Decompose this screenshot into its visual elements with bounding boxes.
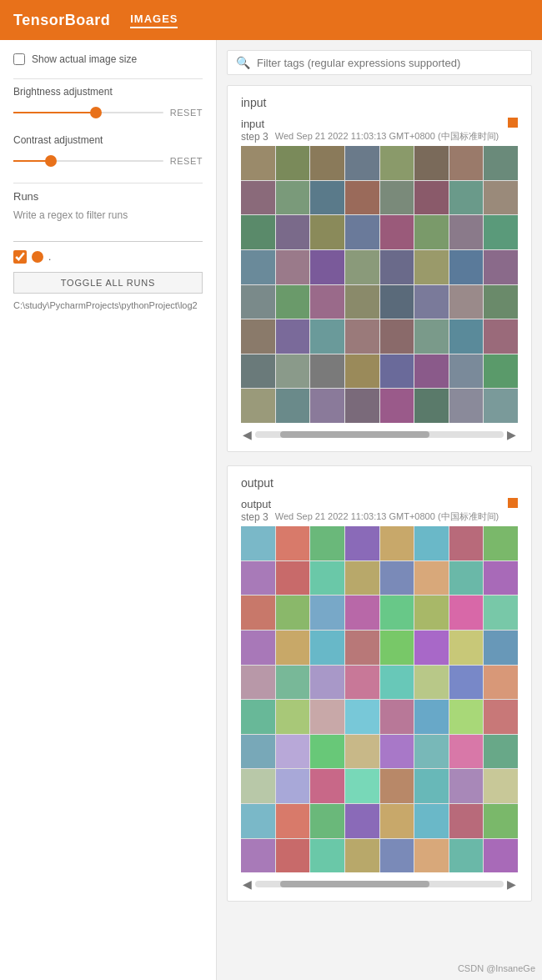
input-scrollbar-row: ◀ ▶ [241, 428, 518, 441]
runs-filter-input[interactable] [13, 226, 203, 242]
runs-section: Runs Write a regex to filter runs . TOGG… [13, 190, 203, 310]
input-cell-29 [414, 250, 449, 284]
output-cell-39 [484, 666, 518, 700]
input-panel-header: input step 3 Wed Sep 21 2022 11:03:13 GM… [241, 118, 518, 143]
input-cell-31 [484, 250, 518, 284]
output-scroll-track[interactable] [255, 881, 504, 887]
reset-brightness-button[interactable]: RESET [170, 108, 203, 118]
input-cell-30 [449, 250, 484, 284]
input-cell-1 [276, 146, 310, 180]
output-section-card: output output step 3 Wed Sep 21 2022 11:… [227, 465, 532, 902]
output-scroll-right[interactable]: ▶ [505, 877, 518, 891]
input-cell-10 [310, 181, 344, 215]
output-cell-57 [276, 769, 310, 803]
contrast-thumb[interactable] [45, 155, 57, 167]
input-scroll-right[interactable]: ▶ [505, 428, 518, 441]
output-cell-18 [310, 596, 344, 630]
brightness-fill [13, 112, 96, 113]
output-cell-35 [345, 666, 379, 700]
output-image-grid [241, 526, 518, 872]
output-cell-50 [310, 735, 344, 769]
input-scroll-left[interactable]: ◀ [241, 428, 253, 441]
show-actual-size-checkbox[interactable] [13, 53, 25, 65]
input-cell-3 [345, 146, 379, 180]
input-cell-33 [276, 285, 310, 319]
run-color-dot-1 [32, 251, 43, 263]
output-cell-72 [241, 839, 275, 873]
input-cell-41 [276, 319, 310, 354]
input-cell-54 [449, 354, 484, 389]
output-cell-16 [241, 596, 275, 630]
output-cell-61 [414, 769, 449, 803]
output-cell-32 [241, 666, 275, 700]
output-cell-23 [484, 596, 518, 630]
output-cell-51 [345, 735, 379, 769]
input-cell-35 [345, 285, 379, 319]
output-step: step 3 [241, 511, 268, 523]
output-scroll-left[interactable]: ◀ [241, 877, 253, 891]
input-cell-23 [484, 215, 518, 249]
input-cell-9 [276, 181, 310, 215]
output-step-timestamp: step 3 Wed Sep 21 2022 11:03:13 GMT+0800… [241, 510, 499, 523]
input-cell-19 [345, 215, 379, 249]
input-step-timestamp: step 3 Wed Sep 21 2022 11:03:13 GMT+0800… [241, 130, 499, 143]
input-cell-43 [345, 319, 379, 354]
contrast-slider-container[interactable] [13, 153, 163, 169]
output-cell-11 [345, 561, 379, 596]
output-image-grid-container [241, 526, 518, 872]
output-cell-5 [414, 526, 449, 560]
output-cell-25 [276, 631, 310, 665]
input-cell-63 [484, 389, 518, 423]
brightness-label: Brightness adjustment [13, 86, 203, 98]
input-section-card: input input step 3 Wed Sep 21 2022 11:03… [227, 85, 532, 452]
output-cell-10 [310, 561, 344, 596]
run-checkbox-1[interactable] [13, 250, 27, 264]
tab-images[interactable]: IMAGES [130, 13, 178, 28]
input-cell-56 [241, 389, 275, 423]
output-badge [508, 498, 518, 508]
input-cell-61 [414, 389, 449, 423]
runs-title: Runs [13, 190, 203, 203]
output-cell-69 [414, 804, 449, 838]
input-cell-6 [449, 146, 484, 180]
output-cell-64 [241, 804, 275, 838]
output-cell-2 [310, 526, 344, 560]
input-cell-42 [310, 319, 344, 354]
input-cell-24 [241, 250, 275, 284]
input-cell-21 [414, 215, 449, 249]
input-cell-18 [310, 215, 344, 249]
output-cell-36 [380, 666, 414, 700]
input-cell-22 [449, 215, 484, 249]
output-cell-55 [484, 735, 518, 769]
toggle-all-runs-button[interactable]: TOGGLE ALL RUNS [13, 272, 203, 294]
input-cell-27 [345, 250, 379, 284]
divider-2 [13, 183, 203, 183]
output-panel-info: output step 3 Wed Sep 21 2022 11:03:13 G… [241, 498, 499, 523]
filter-input[interactable] [257, 57, 523, 69]
output-cell-7 [484, 526, 518, 560]
output-cell-33 [276, 666, 310, 700]
output-cell-79 [484, 839, 518, 873]
input-cell-59 [345, 389, 379, 423]
output-cell-31 [484, 631, 518, 665]
input-cell-37 [414, 285, 449, 319]
input-cell-5 [414, 146, 449, 180]
output-cell-47 [484, 700, 518, 734]
output-cell-43 [345, 700, 379, 734]
input-scroll-track[interactable] [255, 431, 504, 438]
output-cell-4 [380, 526, 414, 560]
output-cell-12 [380, 561, 414, 596]
input-cell-15 [484, 181, 518, 215]
output-cell-19 [345, 596, 379, 630]
output-cell-68 [380, 804, 414, 838]
output-cell-76 [380, 839, 414, 873]
input-cell-0 [241, 146, 275, 180]
brightness-thumb[interactable] [90, 107, 102, 118]
input-panel-name: input [241, 118, 499, 130]
output-cell-75 [345, 839, 379, 873]
brightness-slider-container[interactable] [13, 104, 163, 121]
input-cell-14 [449, 181, 484, 215]
reset-contrast-button[interactable]: RESET [170, 156, 203, 166]
output-cell-8 [241, 561, 275, 596]
input-cell-26 [310, 250, 344, 284]
